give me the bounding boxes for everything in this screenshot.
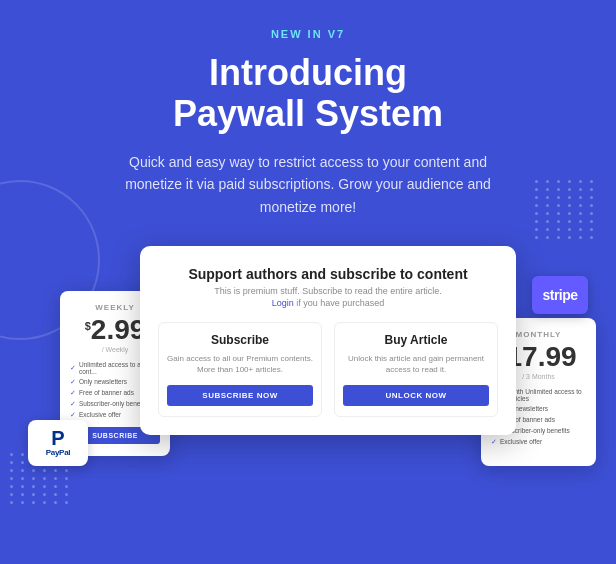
monthly-feature-5: ✓Exclusive offer xyxy=(491,438,586,446)
paypal-p-letter: P xyxy=(51,428,64,448)
main-content: NEW IN V7 Introducing Paywall System Qui… xyxy=(0,0,616,218)
paypal-icon: P PayPal xyxy=(46,428,70,457)
paypal-label: PayPal xyxy=(46,448,70,457)
login-link[interactable]: Login xyxy=(272,298,294,308)
check-icon-5: ✓ xyxy=(70,411,76,419)
subscribe-now-button[interactable]: SUBSCRIBE NOW xyxy=(167,385,313,406)
main-description: Quick and easy way to restrict access to… xyxy=(108,151,508,218)
check-icon-1: ✓ xyxy=(70,364,76,372)
paywall-modal: Support authors and subscribe to content… xyxy=(140,246,516,435)
buy-article-desc: Unlock this article and gain permanent a… xyxy=(343,353,489,375)
modal-subtitle: This is premium stuff. Subscribe to read… xyxy=(158,286,498,296)
buy-article-option: Buy Article Unlock this article and gain… xyxy=(334,322,498,417)
subscribe-title: Subscribe xyxy=(167,333,313,347)
check-icon-4: ✓ xyxy=(70,400,76,408)
stripe-label: stripe xyxy=(542,287,577,303)
modal-title: Support authors and subscribe to content xyxy=(158,266,498,282)
m-check-icon-5: ✓ xyxy=(491,438,497,446)
new-badge: NEW IN V7 xyxy=(271,28,345,40)
main-title: Introducing Paywall System xyxy=(0,52,616,135)
title-line1: Introducing xyxy=(209,52,407,93)
modal-login-text: Login if you have purchased xyxy=(158,298,498,308)
monthly-price: 17.99 xyxy=(507,343,577,371)
modal-options: Subscribe Gain access to all our Premium… xyxy=(158,322,498,417)
unlock-now-button[interactable]: UNLOCK NOW xyxy=(343,385,489,406)
subscribe-desc: Gain access to all our Premium contents.… xyxy=(167,353,313,375)
weekly-price: 2.99 xyxy=(91,316,146,344)
title-line2: Paywall System xyxy=(173,93,443,134)
check-icon-2: ✓ xyxy=(70,378,76,386)
stripe-badge: stripe xyxy=(532,276,588,314)
login-suffix: if you have purchased xyxy=(294,298,385,308)
paypal-badge: P PayPal xyxy=(28,420,88,466)
cards-area: WEEKLY $ 2.99 / Weekly ✓Unlimited access… xyxy=(0,246,616,466)
subscribe-option: Subscribe Gain access to all our Premium… xyxy=(158,322,322,417)
check-icon-3: ✓ xyxy=(70,389,76,397)
buy-article-title: Buy Article xyxy=(343,333,489,347)
